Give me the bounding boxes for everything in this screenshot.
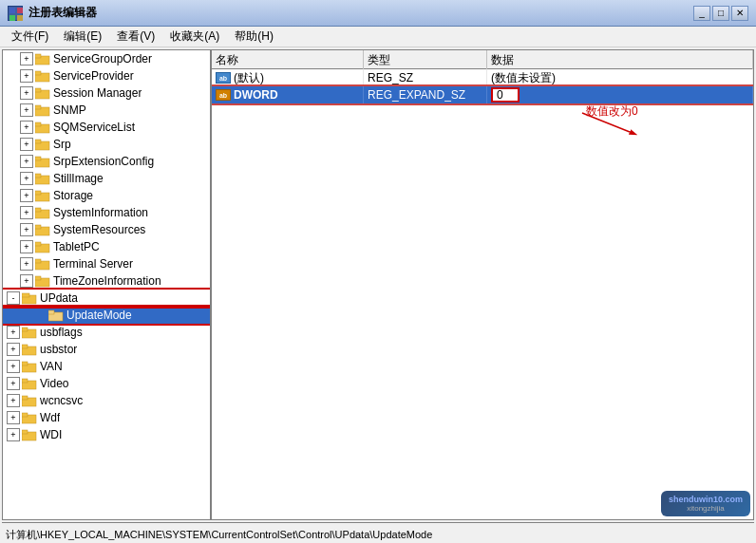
expand-ServiceGroupOrder[interactable]: + xyxy=(20,52,33,66)
reg-data-value: (数值未设置) xyxy=(491,70,556,86)
tree-label: wcncsvc xyxy=(40,394,83,407)
tree-item-usbflags[interactable]: + usbflags xyxy=(3,324,210,341)
folder-icon xyxy=(22,377,37,390)
menu-edit[interactable]: 编辑(E) xyxy=(56,27,109,47)
tree-item-ServiceProvider[interactable]: + ServiceProvider xyxy=(3,67,210,84)
expand-SNMP[interactable]: + xyxy=(20,103,33,117)
tree-item-UPdata[interactable]: - UPdata xyxy=(3,290,210,307)
registry-tree[interactable]: + ServiceGroupOrder + ServiceProvider + … xyxy=(3,50,212,519)
tree-label: Video xyxy=(40,377,68,390)
expand-ServiceProvider[interactable]: + xyxy=(20,69,33,83)
tree-item-Video[interactable]: + Video xyxy=(3,375,210,392)
tree-item-Storage[interactable]: + Storage xyxy=(3,187,210,204)
expand-Video[interactable]: + xyxy=(7,377,20,390)
svg-rect-39 xyxy=(22,345,28,348)
folder-icon xyxy=(35,52,50,66)
svg-rect-27 xyxy=(35,242,41,246)
expand-TabletPC[interactable]: + xyxy=(20,240,33,253)
folder-icon xyxy=(35,138,50,151)
expand-Srp[interactable]: + xyxy=(20,138,33,151)
tree-label: TimeZoneInformation xyxy=(53,274,161,288)
tree-item-usbstor[interactable]: + usbstor xyxy=(3,341,210,358)
expand-SessionManager[interactable]: + xyxy=(20,86,33,100)
tree-item-Wdf[interactable]: + Wdf xyxy=(3,409,210,426)
registry-values-pane: 名称 类型 数据 ab (默认) REG_SZ (数值未设置) xyxy=(212,50,753,519)
registry-rows: ab (默认) REG_SZ (数值未设置) ab DWORD REG_EXPA… xyxy=(212,69,753,519)
tree-item-UpdateMode[interactable]: UpdateMode xyxy=(3,307,210,324)
tree-item-SystemInformation[interactable]: + SystemInformation xyxy=(3,204,210,221)
tree-item-SystemResources[interactable]: + SystemResources xyxy=(3,221,210,238)
expand-SQMServiceList[interactable]: + xyxy=(20,121,33,134)
expand-VAN[interactable]: + xyxy=(7,360,20,373)
tree-item-SessionManager[interactable]: + Session Manager xyxy=(3,84,210,102)
svg-rect-15 xyxy=(35,140,41,143)
svg-rect-9 xyxy=(35,88,41,92)
status-bar: 计算机\HKEY_LOCAL_MACHINE\SYSTEM\CurrentCon… xyxy=(2,522,754,543)
tree-item-SQMServiceList[interactable]: + SQMServiceList xyxy=(3,119,210,136)
dword-value-box[interactable]: 0 xyxy=(491,87,520,103)
menu-view[interactable]: 查看(V) xyxy=(109,27,162,47)
menu-favorites[interactable]: 收藏夹(A) xyxy=(162,27,227,47)
svg-rect-29 xyxy=(35,259,41,263)
svg-rect-49 xyxy=(22,430,28,434)
tree-item-wcncsvc[interactable]: + wcncsvc xyxy=(3,392,210,409)
reg-data-dword: 0 xyxy=(487,86,753,103)
dword-value: 0 xyxy=(497,88,503,102)
expand-usbstor[interactable]: + xyxy=(7,343,20,356)
tree-item-Srp[interactable]: + Srp xyxy=(3,136,210,153)
tree-item-StillImage[interactable]: + StillImage xyxy=(3,170,210,187)
folder-icon xyxy=(35,240,50,253)
expand-TerminalServer[interactable]: + xyxy=(20,257,33,271)
svg-rect-2 xyxy=(9,15,15,21)
minimize-button[interactable]: _ xyxy=(693,6,710,21)
tree-label: SystemInformation xyxy=(53,206,148,219)
title-bar: 注册表编辑器 _ □ ✕ xyxy=(0,0,756,27)
tree-label: Terminal Server xyxy=(53,257,133,271)
expand-UPdata[interactable]: - xyxy=(7,291,20,305)
tree-item-SrpExtensionConfig[interactable]: + SrpExtensionConfig xyxy=(3,153,210,170)
svg-rect-3 xyxy=(17,15,23,21)
folder-icon xyxy=(35,172,50,185)
expand-usbflags[interactable]: + xyxy=(7,326,20,339)
reg-row-default[interactable]: ab (默认) REG_SZ (数值未设置) xyxy=(212,69,753,86)
folder-icon xyxy=(35,189,50,202)
svg-rect-7 xyxy=(35,71,41,75)
expand-SystemResources[interactable]: + xyxy=(20,223,33,236)
expand-Storage[interactable]: + xyxy=(20,189,33,202)
tree-item-SNMP[interactable]: + SNMP xyxy=(3,102,210,119)
svg-rect-31 xyxy=(35,276,41,280)
folder-icon xyxy=(22,360,37,373)
tree-label: ServiceProvider xyxy=(53,69,134,83)
folder-icon xyxy=(35,274,50,288)
svg-rect-35 xyxy=(48,310,54,314)
close-button[interactable]: ✕ xyxy=(731,6,748,21)
tree-item-TimeZoneInformation[interactable]: + TimeZoneInformation xyxy=(3,272,210,290)
tree-item-TabletPC[interactable]: + TabletPC xyxy=(3,238,210,255)
menu-file[interactable]: 文件(F) xyxy=(4,27,56,47)
expand-WDI[interactable]: + xyxy=(7,428,20,441)
svg-rect-19 xyxy=(35,174,41,178)
tree-item-WDI[interactable]: + WDI xyxy=(3,426,210,443)
folder-icon xyxy=(35,69,50,83)
expand-TimeZoneInformation[interactable]: + xyxy=(20,274,33,288)
expand-Wdf[interactable]: + xyxy=(7,411,20,424)
folder-icon xyxy=(22,343,37,356)
tree-item-VAN[interactable]: + VAN xyxy=(3,358,210,375)
dword-icon: ab xyxy=(216,89,231,101)
main-content: + ServiceGroupOrder + ServiceProvider + … xyxy=(2,49,754,520)
expand-wcncsvc[interactable]: + xyxy=(7,394,20,407)
expand-StillImage[interactable]: + xyxy=(20,172,33,185)
reg-type-default: REG_SZ xyxy=(364,69,487,86)
folder-icon xyxy=(35,223,50,236)
tree-item-TerminalServer[interactable]: + Terminal Server xyxy=(3,255,210,272)
svg-rect-23 xyxy=(35,208,41,212)
expand-SystemInformation[interactable]: + xyxy=(20,206,33,219)
maximize-button[interactable]: □ xyxy=(712,6,729,21)
menu-help[interactable]: 帮助(H) xyxy=(227,27,281,47)
tree-label: usbflags xyxy=(40,326,83,339)
tree-label: usbstor xyxy=(40,343,77,356)
reg-row-dword[interactable]: ab DWORD REG_EXPAND_SZ 0 xyxy=(212,86,753,103)
tree-item-ServiceGroupOrder[interactable]: + ServiceGroupOrder xyxy=(3,50,210,67)
tree-label: Srp xyxy=(53,138,71,151)
expand-SrpExtensionConfig[interactable]: + xyxy=(20,155,33,168)
